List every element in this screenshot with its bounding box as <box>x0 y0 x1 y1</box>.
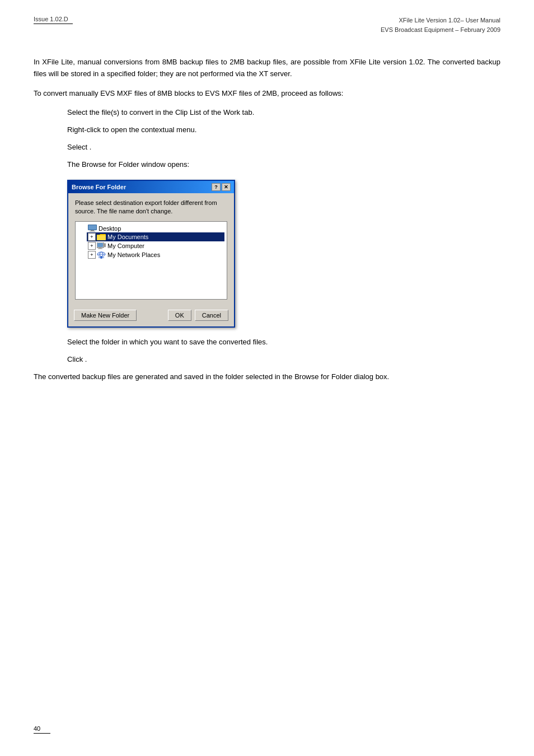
titlebar-buttons: ? ✕ <box>212 183 231 191</box>
header-underline <box>34 24 73 24</box>
header-right: XFile Lite Version 1.02– User Manual EVS… <box>381 16 500 34</box>
tree-item-desktop[interactable]: Desktop <box>78 224 224 232</box>
issue-label: Issue 1.02.D <box>34 16 73 22</box>
make-new-folder-button[interactable]: Make New Folder <box>74 310 137 321</box>
my-network-label: My Network Places <box>107 251 160 258</box>
expander-my-documents[interactable]: + <box>88 233 96 241</box>
ok-button[interactable]: OK <box>168 310 191 321</box>
dialog-title: Browse For Folder <box>72 184 126 190</box>
my-computer-icon <box>97 242 106 250</box>
steps-list: Select the file(s) to convert in the Cli… <box>67 107 500 170</box>
help-button[interactable]: ? <box>212 183 221 191</box>
page-footer: 40 <box>34 725 50 734</box>
svg-rect-7 <box>98 248 102 249</box>
cancel-button[interactable]: Cancel <box>195 310 228 321</box>
header-title: XFile Lite Version 1.02– User Manual <box>381 16 500 25</box>
dialog-footer: Make New Folder OK Cancel <box>68 305 234 326</box>
dialog-footer-right-buttons: OK Cancel <box>168 310 228 321</box>
dialog-body: Please select destination export folder … <box>68 193 234 306</box>
main-content: In XFile Lite, manual conversions from 8… <box>0 34 534 413</box>
final-para: The converted backup files are generated… <box>34 371 500 383</box>
steps-after: Select the folder in which you want to s… <box>67 337 500 366</box>
step-after-1: Select the folder in which you want to s… <box>67 337 500 348</box>
dialog-wrapper: Browse For Folder ? ✕ Please select dest… <box>67 180 500 328</box>
expander-my-computer[interactable]: + <box>88 242 96 250</box>
my-documents-label: My Documents <box>107 234 148 240</box>
page-number: 40 <box>34 725 40 732</box>
svg-rect-8 <box>104 244 106 246</box>
intro-para1: In XFile Lite, manual conversions from 8… <box>34 57 500 80</box>
desktop-label: Desktop <box>99 225 121 232</box>
svg-rect-6 <box>99 248 101 249</box>
page-header: Issue 1.02.D XFile Lite Version 1.02– Us… <box>0 0 534 34</box>
close-button[interactable]: ✕ <box>222 183 231 191</box>
svg-point-9 <box>105 246 106 247</box>
tree-child-my-computer: + My Com <box>87 241 224 250</box>
my-network-icon <box>97 251 106 259</box>
tree-child-my-documents: + My Documents <box>87 232 224 241</box>
dialog-titlebar: Browse For Folder ? ✕ <box>68 181 234 193</box>
my-computer-label: My Computer <box>107 242 144 249</box>
svg-rect-1 <box>88 225 96 230</box>
svg-rect-3 <box>90 231 95 232</box>
tree-item-my-network[interactable]: + My Net <box>87 250 224 259</box>
tree-child-my-network: + My Net <box>87 250 224 259</box>
svg-rect-4 <box>97 243 103 247</box>
step-2: Right-click to open the contextual menu. <box>67 124 500 136</box>
my-documents-icon <box>97 234 106 241</box>
intro-para2: To convert manually EVS MXF files of 8MB… <box>34 88 500 100</box>
svg-rect-2 <box>91 230 94 231</box>
step-after-2: Click . <box>67 354 500 366</box>
expander-my-network[interactable]: + <box>88 251 96 259</box>
footer-underline <box>34 733 50 734</box>
step-4: The Browse for Folder window opens: <box>67 159 500 171</box>
dialog-description: Please select destination export folder … <box>75 199 227 216</box>
browse-for-folder-dialog: Browse For Folder ? ✕ Please select dest… <box>67 180 235 328</box>
header-left: Issue 1.02.D <box>34 16 73 34</box>
step-1: Select the file(s) to convert in the Cli… <box>67 107 500 119</box>
step-3: Select . <box>67 142 500 153</box>
header-subtitle: EVS Broadcast Equipment – February 2009 <box>381 25 500 35</box>
tree-item-my-documents[interactable]: + My Documents <box>87 232 224 241</box>
desktop-icon <box>88 225 97 232</box>
folder-tree[interactable]: Desktop + <box>75 221 227 300</box>
tree-item-my-computer[interactable]: + My Com <box>87 241 224 250</box>
